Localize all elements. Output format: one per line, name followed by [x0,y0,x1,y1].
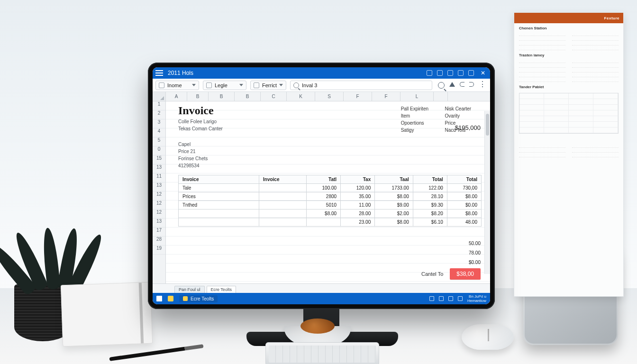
row-header[interactable]: 13 [153,164,165,173]
tray-icon[interactable] [448,296,453,301]
taskbar-app[interactable]: Ecre Teolts [179,295,218,302]
select-all-corner[interactable] [153,92,166,101]
tray-icon[interactable] [429,296,434,301]
undo-icon[interactable] [460,82,464,87]
row-header[interactable]: 3 [153,119,165,128]
table-row[interactable]: $8.0028.00$2.00$8.20$8.00 [179,209,482,218]
dropdown-3[interactable]: Ferrict [250,81,286,90]
col-header[interactable]: L [400,92,434,101]
titlebar-btn-4[interactable] [458,70,464,76]
table-cell[interactable] [259,218,307,227]
sheet-tab-active[interactable]: Ecre Teolts [207,286,236,293]
row-header[interactable]: 13 [153,182,165,191]
menu-icon[interactable] [155,70,163,76]
row-header[interactable]: 0 [153,146,165,155]
table-cell[interactable]: 100.00 [307,184,341,192]
grand-total-badge[interactable]: $38,00 [450,268,481,280]
titlebar-btn-1[interactable] [427,70,432,76]
table-cell[interactable]: 11.00 [341,201,375,209]
table-cell[interactable]: $9.30 [413,201,447,209]
titlebar-btn-5[interactable] [468,70,474,76]
table-row[interactable]: 23.00$8.00$6.1048.00 [179,218,482,227]
share-icon[interactable] [449,82,455,87]
col-header[interactable]: B [187,92,209,101]
table-cell[interactable]: $2.00 [375,209,413,218]
table-cell[interactable]: $6.10 [413,218,447,227]
dropdown-2[interactable]: Legle [203,81,246,90]
tray-icon[interactable] [439,296,444,301]
row-header[interactable]: 12 [153,200,165,209]
row-header[interactable]: 17 [153,228,165,237]
more-icon[interactable]: ⋮ [479,82,485,89]
row-header[interactable]: 11 [153,173,165,182]
table-cell[interactable]: 48.00 [447,218,481,227]
col-header[interactable]: A [166,92,187,101]
col-header[interactable]: F [372,92,400,101]
col-header[interactable] [434,92,448,101]
vertical-scrollbar[interactable] [484,111,490,274]
row-header[interactable]: 12 [153,191,165,200]
titlebar-btn-2[interactable] [437,70,443,76]
table-cell[interactable]: $8.00 [307,209,341,218]
table-row[interactable]: Prices280035.00$8.0028.10$8.00 [179,192,482,201]
col-header[interactable]: B [209,92,235,101]
row-header[interactable]: 15 [153,155,165,164]
table-cell[interactable]: 122.00 [413,184,447,192]
row-header[interactable]: 12 [153,209,165,218]
table-cell[interactable]: $9.00 [375,201,413,209]
scrollbar-thumb[interactable] [486,114,489,136]
table-cell[interactable]: 1733.00 [375,184,413,192]
row-header[interactable]: 1 [153,101,165,110]
search-icon[interactable] [438,82,445,89]
col-header[interactable]: S [315,92,344,101]
col-header[interactable]: C [261,92,287,101]
table-cell[interactable]: 120.00 [341,184,375,192]
table-cell[interactable]: 5010 [307,201,341,209]
table-cell[interactable]: 730,00 [447,184,481,192]
row-header[interactable]: 13 [153,218,165,228]
clock[interactable]: Bn JuPd u Hemantiow [467,294,486,303]
table-cell[interactable]: 2800 [307,192,341,201]
table-row[interactable]: Tale100.00120.001733.00122.00730,00 [179,184,482,192]
table-cell[interactable]: $8.20 [413,209,447,218]
row-header[interactable]: 5 [153,137,165,146]
table-cell[interactable] [307,218,341,227]
table-cell[interactable]: $8.00 [447,209,481,218]
row-header[interactable]: 28 [153,237,165,246]
redo-icon[interactable] [469,82,474,87]
col-header[interactable]: F [344,92,372,101]
table-cell[interactable]: 23.00 [341,218,375,227]
table-cell[interactable]: 28.00 [341,209,375,218]
row-header[interactable]: 2 [153,110,165,119]
col-header[interactable]: B [235,92,261,101]
row-header[interactable]: 19 [153,246,165,255]
table-cell[interactable]: $8.00 [375,192,413,201]
tray-icon[interactable] [458,296,463,301]
table-cell[interactable] [179,218,259,227]
table-cell[interactable]: Tale [179,184,259,192]
table-cell[interactable]: $8.00 [447,192,481,201]
table-cell[interactable] [259,209,307,218]
table-cell[interactable] [179,209,259,218]
formula-bar[interactable]: Inval 3 [290,81,432,90]
col-header[interactable]: K [287,92,315,101]
table-cell[interactable] [259,184,307,192]
sheet-tab[interactable]: Pan Foul ul [174,286,205,293]
table-cell[interactable]: Tnthed [179,201,259,209]
table-cell[interactable]: 28.10 [413,192,447,201]
table-cell[interactable] [259,192,307,201]
close-icon[interactable]: ✕ [479,70,487,76]
start-icon[interactable] [156,296,162,301]
table-cell[interactable]: 35.00 [341,192,375,201]
row-header[interactable]: 4 [153,128,165,137]
table-cell[interactable]: $0.00 [447,201,481,209]
dropdown-1[interactable]: Inome [155,81,199,90]
titlebar-btn-3[interactable] [447,70,453,76]
app-icon [183,296,188,301]
table-cell[interactable]: Prices [179,192,259,201]
cells-canvas[interactable]: Invoice Colle Folee Larigo Tekas Coman C… [166,101,490,283]
table-row[interactable]: Tnthed501011.00$9.00$9.30$0.00 [179,201,482,209]
taskbar-icon[interactable] [168,296,173,301]
table-cell[interactable]: $8.00 [375,218,413,227]
table-cell[interactable] [259,201,307,209]
